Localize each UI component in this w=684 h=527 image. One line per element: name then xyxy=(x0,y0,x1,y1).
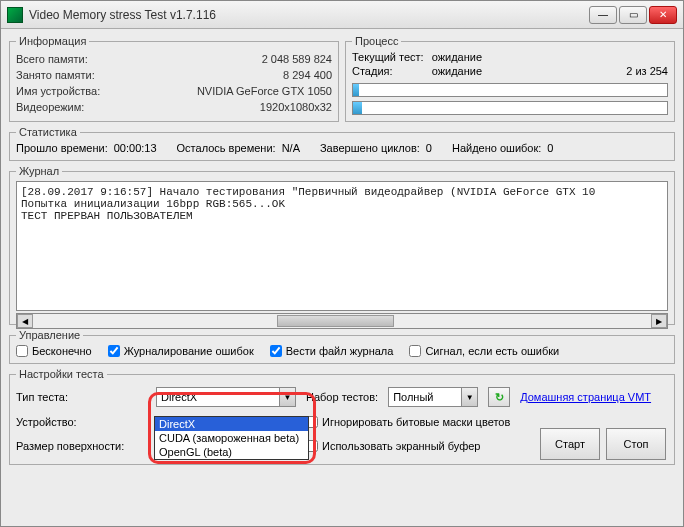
stop-button[interactable]: Стоп xyxy=(606,428,666,460)
use-buffer-checkbox[interactable]: Использовать экранный буфер xyxy=(306,440,481,452)
ignore-masks-checkbox[interactable]: Игнорировать битовые маски цветов xyxy=(306,416,510,428)
test-type-combo[interactable]: DirectX ▼ xyxy=(156,387,296,407)
app-window: Video Memory stress Test v1.7.116 — ▭ ✕ … xyxy=(0,0,684,527)
remain-value: N/A xyxy=(282,142,300,154)
scroll-thumb[interactable] xyxy=(277,315,394,327)
cur-test-value: ожидание xyxy=(432,51,619,63)
test-type-dropdown[interactable]: DirectX CUDA (замороженная beta) OpenGL … xyxy=(154,416,309,460)
total-mem-label: Всего памяти: xyxy=(16,53,88,65)
journal-group: Журнал [28.09.2017 9:16:57] Начало тести… xyxy=(9,165,675,325)
info-legend: Информация xyxy=(16,35,89,47)
control-legend: Управление xyxy=(16,329,83,341)
stage-value: ожидание xyxy=(432,65,619,77)
used-mem-value: 8 294 400 xyxy=(283,69,332,81)
scroll-right-icon[interactable]: ▶ xyxy=(651,314,667,328)
process-group: Процесс Текущий тест: ожидание Стадия: о… xyxy=(345,35,675,122)
titlebar: Video Memory stress Test v1.7.116 — ▭ ✕ xyxy=(1,1,683,29)
app-icon xyxy=(7,7,23,23)
stats-legend: Статистика xyxy=(16,126,80,138)
mode-label: Видеорежим: xyxy=(16,101,84,113)
cur-test-label: Текущий тест: xyxy=(352,51,424,63)
dropdown-option-opengl[interactable]: OpenGL (beta) xyxy=(155,445,308,459)
stage-label: Стадия: xyxy=(352,65,424,77)
close-button[interactable]: ✕ xyxy=(649,6,677,24)
test-set-label: Набор тестов: xyxy=(306,391,378,403)
cycles-value: 0 xyxy=(426,142,432,154)
infinite-checkbox[interactable]: Бесконечно xyxy=(16,345,92,357)
journal-legend: Журнал xyxy=(16,165,62,177)
log-errors-checkbox[interactable]: Журналирование ошибок xyxy=(108,345,254,357)
test-set-value: Полный xyxy=(393,391,433,403)
chevron-down-icon[interactable]: ▼ xyxy=(279,388,295,406)
maximize-button[interactable]: ▭ xyxy=(619,6,647,24)
start-button[interactable]: Старт xyxy=(540,428,600,460)
device-select-label: Устройство: xyxy=(16,416,146,428)
journal-scrollbar[interactable]: ◀ ▶ xyxy=(16,313,668,329)
dropdown-option-cuda[interactable]: CUDA (замороженная beta) xyxy=(155,431,308,445)
used-mem-label: Занято памяти: xyxy=(16,69,95,81)
errors-value: 0 xyxy=(547,142,553,154)
device-label: Имя устройства: xyxy=(16,85,100,97)
content: Информация Всего памяти:2 048 589 824 За… xyxy=(1,29,683,471)
stats-group: Статистика Прошло времени:00:00:13 Остал… xyxy=(9,126,675,161)
chevron-down-icon[interactable]: ▼ xyxy=(461,388,477,406)
test-type-value: DirectX xyxy=(161,391,197,403)
surface-size-label: Размер поверхности: xyxy=(16,440,146,452)
info-group: Информация Всего памяти:2 048 589 824 За… xyxy=(9,35,339,122)
mode-value: 1920x1080x32 xyxy=(260,101,332,113)
dropdown-option-directx[interactable]: DirectX xyxy=(155,417,308,431)
settings-group: Настройки теста Тип теста: DirectX ▼ Наб… xyxy=(9,368,675,465)
stage-counter: 2 из 254 xyxy=(626,65,668,77)
elapsed-value: 00:00:13 xyxy=(114,142,157,154)
test-set-combo[interactable]: Полный ▼ xyxy=(388,387,478,407)
minimize-button[interactable]: — xyxy=(589,6,617,24)
refresh-button[interactable]: ↻ xyxy=(488,387,510,407)
progress-bar-2 xyxy=(352,101,668,115)
window-title: Video Memory stress Test v1.7.116 xyxy=(29,8,589,22)
control-group: Управление Бесконечно Журналирование оши… xyxy=(9,329,675,364)
device-value: NVIDIA GeForce GTX 1050 xyxy=(197,85,332,97)
cycles-label: Завершено циклов: xyxy=(320,142,420,154)
signal-checkbox[interactable]: Сигнал, если есть ошибки xyxy=(409,345,559,357)
log-file-checkbox[interactable]: Вести файл журнала xyxy=(270,345,394,357)
scroll-left-icon[interactable]: ◀ xyxy=(17,314,33,328)
process-legend: Процесс xyxy=(352,35,401,47)
remain-label: Осталось времени: xyxy=(177,142,276,154)
test-type-label: Тип теста: xyxy=(16,391,146,403)
window-buttons: — ▭ ✕ xyxy=(589,6,677,24)
journal-text[interactable]: [28.09.2017 9:16:57] Начало тестирования… xyxy=(16,181,668,311)
settings-legend: Настройки теста xyxy=(16,368,107,380)
errors-label: Найдено ошибок: xyxy=(452,142,541,154)
elapsed-label: Прошло времени: xyxy=(16,142,108,154)
total-mem-value: 2 048 589 824 xyxy=(262,53,332,65)
home-link[interactable]: Домашняя страница VMT xyxy=(520,391,651,403)
progress-bar-1 xyxy=(352,83,668,97)
